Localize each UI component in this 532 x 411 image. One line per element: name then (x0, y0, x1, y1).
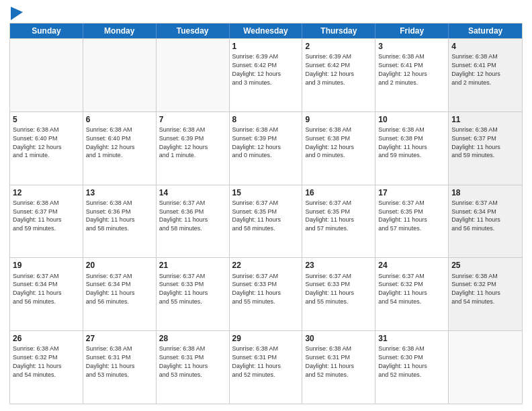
calendar-cell: 14Sunrise: 6:37 AM Sunset: 6:36 PM Dayli… (157, 185, 230, 258)
day-number: 11 (451, 114, 519, 125)
day-of-week-saturday: Saturday (449, 24, 522, 38)
calendar-cell: 24Sunrise: 6:37 AM Sunset: 6:32 PM Dayli… (375, 258, 449, 330)
calendar-cell: 28Sunrise: 6:38 AM Sunset: 6:31 PM Dayli… (157, 331, 230, 404)
logo (9, 7, 23, 17)
day-of-week-monday: Monday (83, 24, 157, 38)
day-number: 19 (13, 260, 80, 271)
day-of-week-sunday: Sunday (10, 24, 83, 38)
day-info: Sunrise: 6:38 AM Sunset: 6:39 PM Dayligh… (232, 126, 281, 158)
day-number: 18 (451, 187, 519, 198)
day-number: 3 (378, 41, 445, 52)
day-of-week-friday: Friday (375, 24, 449, 38)
day-number: 27 (86, 333, 153, 344)
header (9, 7, 523, 17)
calendar-cell: 13Sunrise: 6:38 AM Sunset: 6:36 PM Dayli… (83, 185, 157, 258)
calendar-cell: 29Sunrise: 6:38 AM Sunset: 6:31 PM Dayli… (230, 331, 303, 404)
day-info: Sunrise: 6:39 AM Sunset: 6:42 PM Dayligh… (305, 53, 354, 85)
day-info: Sunrise: 6:38 AM Sunset: 6:31 PM Dayligh… (86, 345, 135, 377)
day-number: 4 (451, 41, 519, 52)
day-info: Sunrise: 6:38 AM Sunset: 6:32 PM Dayligh… (13, 345, 62, 377)
day-info: Sunrise: 6:38 AM Sunset: 6:32 PM Dayligh… (451, 273, 500, 305)
calendar-cell (157, 39, 230, 111)
calendar-cell: 25Sunrise: 6:38 AM Sunset: 6:32 PM Dayli… (449, 258, 522, 330)
day-info: Sunrise: 6:37 AM Sunset: 6:35 PM Dayligh… (232, 199, 281, 232)
calendar-cell: 31Sunrise: 6:38 AM Sunset: 6:30 PM Dayli… (375, 331, 449, 404)
calendar-cell: 17Sunrise: 6:37 AM Sunset: 6:35 PM Dayli… (375, 185, 449, 258)
day-info: Sunrise: 6:37 AM Sunset: 6:34 PM Dayligh… (13, 273, 62, 305)
calendar-cell (83, 39, 157, 111)
day-number: 25 (451, 260, 519, 271)
day-number: 14 (159, 187, 226, 198)
calendar-cell: 9Sunrise: 6:38 AM Sunset: 6:38 PM Daylig… (302, 112, 375, 185)
page: SundayMondayTuesdayWednesdayThursdayFrid… (0, 0, 532, 411)
day-info: Sunrise: 6:38 AM Sunset: 6:40 PM Dayligh… (86, 126, 135, 158)
calendar-week-5: 26Sunrise: 6:38 AM Sunset: 6:32 PM Dayli… (10, 330, 522, 404)
logo-icon (11, 7, 23, 20)
day-number: 21 (159, 260, 226, 271)
day-info: Sunrise: 6:38 AM Sunset: 6:31 PM Dayligh… (305, 345, 354, 377)
calendar-cell: 22Sunrise: 6:37 AM Sunset: 6:33 PM Dayli… (230, 258, 303, 330)
day-info: Sunrise: 6:37 AM Sunset: 6:33 PM Dayligh… (159, 273, 208, 305)
day-number: 12 (13, 187, 80, 198)
calendar-cell: 6Sunrise: 6:38 AM Sunset: 6:40 PM Daylig… (83, 112, 157, 185)
calendar-cell: 15Sunrise: 6:37 AM Sunset: 6:35 PM Dayli… (230, 185, 303, 258)
day-info: Sunrise: 6:37 AM Sunset: 6:36 PM Dayligh… (159, 199, 208, 232)
day-info: Sunrise: 6:38 AM Sunset: 6:38 PM Dayligh… (305, 126, 354, 158)
calendar-week-1: 1Sunrise: 6:39 AM Sunset: 6:42 PM Daylig… (10, 38, 522, 111)
day-info: Sunrise: 6:37 AM Sunset: 6:35 PM Dayligh… (305, 199, 354, 232)
day-info: Sunrise: 6:38 AM Sunset: 6:30 PM Dayligh… (378, 345, 427, 377)
calendar-cell: 3Sunrise: 6:38 AM Sunset: 6:41 PM Daylig… (375, 39, 449, 111)
calendar-cell: 8Sunrise: 6:38 AM Sunset: 6:39 PM Daylig… (230, 112, 303, 185)
calendar-cell: 19Sunrise: 6:37 AM Sunset: 6:34 PM Dayli… (10, 258, 83, 330)
day-number: 20 (86, 260, 153, 271)
day-number: 15 (232, 187, 300, 198)
svg-marker-0 (11, 7, 23, 20)
day-number: 6 (86, 114, 153, 125)
calendar-cell: 30Sunrise: 6:38 AM Sunset: 6:31 PM Dayli… (302, 331, 375, 404)
calendar-cell: 12Sunrise: 6:38 AM Sunset: 6:37 PM Dayli… (10, 185, 83, 258)
day-info: Sunrise: 6:38 AM Sunset: 6:37 PM Dayligh… (13, 199, 62, 232)
day-info: Sunrise: 6:39 AM Sunset: 6:42 PM Dayligh… (232, 53, 281, 85)
day-info: Sunrise: 6:37 AM Sunset: 6:32 PM Dayligh… (378, 273, 427, 305)
day-number: 30 (305, 333, 372, 344)
day-info: Sunrise: 6:38 AM Sunset: 6:41 PM Dayligh… (378, 53, 427, 85)
day-info: Sunrise: 6:38 AM Sunset: 6:36 PM Dayligh… (86, 199, 135, 232)
day-number: 24 (378, 260, 445, 271)
day-info: Sunrise: 6:38 AM Sunset: 6:31 PM Dayligh… (232, 345, 281, 377)
day-info: Sunrise: 6:38 AM Sunset: 6:41 PM Dayligh… (451, 53, 500, 85)
day-info: Sunrise: 6:38 AM Sunset: 6:38 PM Dayligh… (378, 126, 427, 158)
day-info: Sunrise: 6:38 AM Sunset: 6:37 PM Dayligh… (451, 126, 500, 158)
calendar-cell: 2Sunrise: 6:39 AM Sunset: 6:42 PM Daylig… (302, 39, 375, 111)
calendar-cell: 5Sunrise: 6:38 AM Sunset: 6:40 PM Daylig… (10, 112, 83, 185)
calendar: SundayMondayTuesdayWednesdayThursdayFrid… (9, 23, 523, 404)
calendar-cell: 7Sunrise: 6:38 AM Sunset: 6:39 PM Daylig… (157, 112, 230, 185)
day-number: 17 (378, 187, 445, 198)
day-info: Sunrise: 6:37 AM Sunset: 6:35 PM Dayligh… (378, 199, 427, 232)
calendar-cell: 16Sunrise: 6:37 AM Sunset: 6:35 PM Dayli… (302, 185, 375, 258)
day-number: 2 (305, 41, 372, 52)
day-of-week-tuesday: Tuesday (157, 24, 230, 38)
day-number: 26 (13, 333, 80, 344)
day-number: 28 (159, 333, 226, 344)
calendar-cell: 11Sunrise: 6:38 AM Sunset: 6:37 PM Dayli… (449, 112, 522, 185)
day-number: 13 (86, 187, 153, 198)
calendar-cell: 4Sunrise: 6:38 AM Sunset: 6:41 PM Daylig… (449, 39, 522, 111)
calendar-cell: 26Sunrise: 6:38 AM Sunset: 6:32 PM Dayli… (10, 331, 83, 404)
calendar-body: 1Sunrise: 6:39 AM Sunset: 6:42 PM Daylig… (10, 38, 522, 404)
day-number: 1 (232, 41, 300, 52)
day-number: 29 (232, 333, 300, 344)
day-number: 16 (305, 187, 372, 198)
day-info: Sunrise: 6:37 AM Sunset: 6:34 PM Dayligh… (451, 199, 500, 232)
day-info: Sunrise: 6:37 AM Sunset: 6:33 PM Dayligh… (232, 273, 281, 305)
day-number: 23 (305, 260, 372, 271)
day-info: Sunrise: 6:38 AM Sunset: 6:31 PM Dayligh… (159, 345, 208, 377)
calendar-cell: 20Sunrise: 6:37 AM Sunset: 6:34 PM Dayli… (83, 258, 157, 330)
day-number: 9 (305, 114, 372, 125)
day-number: 10 (378, 114, 445, 125)
day-of-week-thursday: Thursday (302, 24, 375, 38)
day-info: Sunrise: 6:38 AM Sunset: 6:39 PM Dayligh… (159, 126, 208, 158)
day-number: 22 (232, 260, 300, 271)
day-number: 31 (378, 333, 445, 344)
day-info: Sunrise: 6:38 AM Sunset: 6:40 PM Dayligh… (13, 126, 62, 158)
calendar-cell: 1Sunrise: 6:39 AM Sunset: 6:42 PM Daylig… (230, 39, 303, 111)
